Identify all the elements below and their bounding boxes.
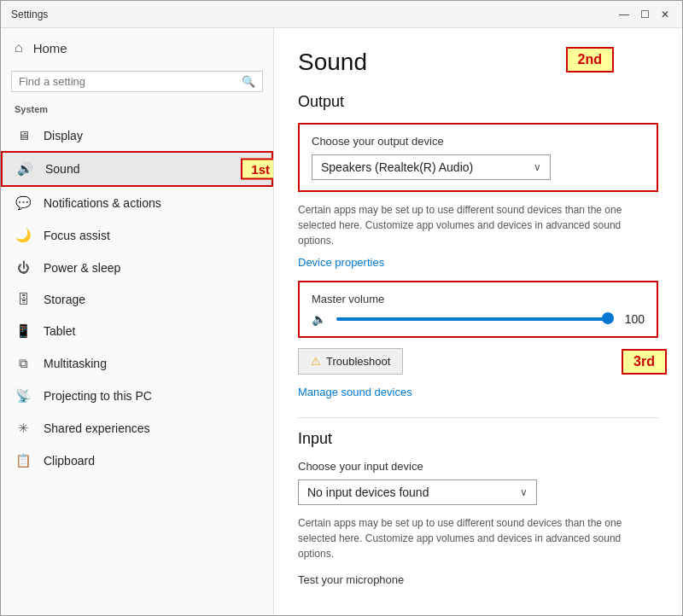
device-properties-link[interactable]: Device properties [298, 256, 384, 269]
clipboard-icon: 📋 [15, 453, 32, 468]
output-section-title: Output [298, 93, 658, 111]
volume-icon: 🔈 [312, 312, 326, 326]
sidebar-item-projecting[interactable]: 📡 Projecting to this PC [1, 380, 273, 412]
volume-label: Master volume [312, 293, 645, 305]
sidebar-item-storage[interactable]: 🗄 Storage [1, 283, 273, 315]
sidebar-item-sound[interactable]: 🔊 Sound 1st [1, 151, 273, 187]
annotation-3rd: 3rd [622, 349, 667, 375]
output-device-label: Choose your output device [312, 135, 645, 148]
output-device-box: Choose your output device Speakers (Real… [298, 123, 658, 192]
input-hint-text: Certain apps may be set up to use differ… [298, 515, 658, 561]
chevron-down-icon-input: ∨ [520, 486, 528, 498]
search-box[interactable]: 🔍 [11, 71, 263, 92]
troubleshoot-button[interactable]: ⚠ Troubleshoot [298, 348, 403, 375]
input-device-value: No input devices found [307, 485, 429, 499]
display-label: Display [44, 129, 83, 142]
home-label: Home [33, 41, 67, 55]
focus-label: Focus assist [44, 229, 110, 242]
settings-window: Settings — ☐ ✕ ⌂ Home 🔍 System 🖥 [0, 0, 683, 616]
title-bar: Settings — ☐ ✕ [1, 1, 682, 28]
slider-fill [336, 317, 609, 321]
test-microphone-label: Test your microphone [298, 573, 658, 586]
focus-icon: 🌙 [15, 228, 32, 243]
maximize-button[interactable]: ☐ [638, 8, 651, 21]
chevron-down-icon: ∨ [534, 161, 541, 173]
annotation-2nd: 2nd [566, 47, 614, 73]
input-device-label: Choose your input device [298, 460, 658, 473]
storage-label: Storage [44, 293, 85, 306]
tablet-label: Tablet [44, 324, 75, 338]
volume-value: 100 [619, 312, 645, 326]
output-device-value: Speakers (Realtek(R) Audio) [321, 160, 473, 174]
input-device-dropdown[interactable]: No input devices found ∨ [298, 479, 537, 505]
volume-slider[interactable] [336, 317, 609, 321]
sidebar-home[interactable]: ⌂ Home [1, 28, 273, 67]
volume-box: Master volume 🔈 100 [298, 281, 658, 338]
storage-icon: 🗄 [15, 292, 32, 306]
main-content: ⌂ Home 🔍 System 🖥 Display 🔊 Sound 1st [1, 28, 682, 615]
slider-thumb[interactable] [602, 312, 614, 324]
divider [298, 417, 658, 418]
sidebar-item-multitasking[interactable]: ⧉ Multitasking [1, 347, 273, 380]
input-section-title: Input [298, 430, 658, 448]
multitasking-label: Multitasking [44, 357, 107, 370]
multitasking-icon: ⧉ [15, 356, 32, 371]
troubleshoot-label: Troubleshoot [326, 355, 390, 368]
sound-icon: 🔊 [16, 161, 33, 177]
warning-icon: ⚠ [311, 355, 321, 368]
clipboard-label: Clipboard [44, 454, 95, 468]
power-label: Power & sleep [44, 261, 120, 275]
annotation-1st: 1st [241, 159, 274, 180]
search-input[interactable] [19, 75, 242, 88]
troubleshoot-row: ⚠ Troubleshoot 3rd [298, 348, 658, 375]
sound-label: Sound [45, 162, 79, 176]
tablet-icon: 📱 [15, 323, 32, 339]
window-title: Settings [11, 9, 48, 20]
shared-icon: ✳ [15, 421, 32, 436]
manage-sound-devices-link[interactable]: Manage sound devices [298, 386, 412, 398]
projecting-label: Projecting to this PC [44, 389, 152, 403]
home-icon: ⌂ [15, 40, 23, 55]
sidebar-item-display[interactable]: 🖥 Display [1, 119, 273, 151]
minimize-button[interactable]: — [617, 8, 631, 21]
sidebar-item-notifications[interactable]: 💬 Notifications & actions [1, 187, 273, 219]
sidebar-item-power[interactable]: ⏻ Power & sleep [1, 252, 273, 283]
display-icon: 🖥 [15, 128, 32, 142]
power-icon: ⏻ [15, 260, 32, 275]
volume-row: 🔈 100 [312, 312, 645, 326]
sidebar-item-tablet[interactable]: 📱 Tablet [1, 315, 273, 347]
shared-label: Shared experiences [44, 421, 150, 435]
notifications-icon: 💬 [15, 195, 32, 211]
main-panel: 2nd Sound Output Choose your output devi… [274, 28, 682, 615]
projecting-icon: 📡 [15, 388, 32, 404]
notifications-label: Notifications & actions [44, 196, 161, 210]
close-button[interactable]: ✕ [658, 8, 672, 21]
sidebar-item-clipboard[interactable]: 📋 Clipboard [1, 445, 273, 477]
system-section-label: System [1, 101, 273, 119]
sidebar: ⌂ Home 🔍 System 🖥 Display 🔊 Sound 1st [1, 28, 274, 615]
search-icon: 🔍 [242, 75, 255, 88]
window-controls: — ☐ ✕ [617, 8, 672, 21]
sidebar-item-shared[interactable]: ✳ Shared experiences [1, 412, 273, 445]
output-device-dropdown[interactable]: Speakers (Realtek(R) Audio) ∨ [312, 154, 551, 180]
sidebar-item-focus[interactable]: 🌙 Focus assist [1, 219, 273, 252]
output-hint-text: Certain apps may be set up to use differ… [298, 202, 658, 248]
